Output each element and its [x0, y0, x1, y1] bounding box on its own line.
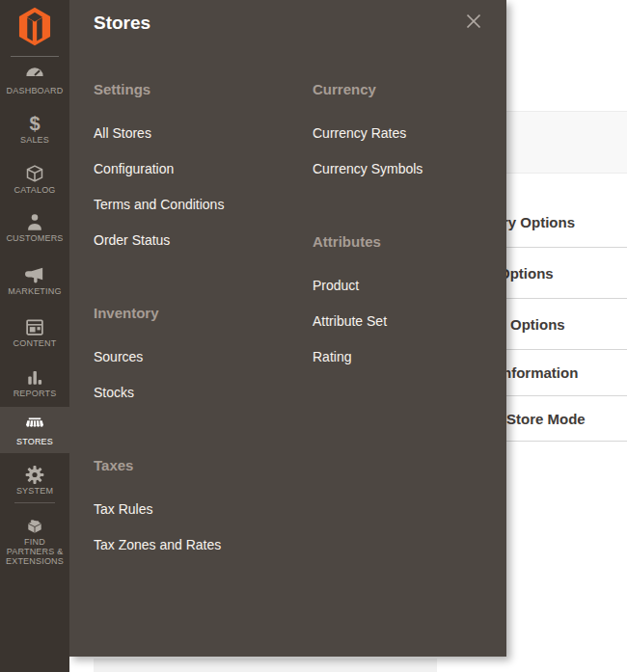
sidebar-item-find-partners-extensions[interactable]: FIND PARTNERS & EXTENSIONS [0, 515, 69, 566]
sidebar-divider [11, 56, 59, 57]
sidebar-item-sales[interactable]: $ SALES [0, 113, 69, 145]
dashboard-icon [0, 64, 69, 86]
person-icon [0, 211, 69, 233]
section-taxes: Taxes Tax Rules Tax Zones and Rates [94, 456, 304, 562]
sidebar-item-dashboard[interactable]: DASHBOARD [0, 64, 69, 95]
close-icon [466, 13, 481, 29]
section-title-attributes: Attributes [313, 232, 496, 252]
menu-item-stocks[interactable]: Stocks [94, 374, 304, 410]
dollar-sign-icon: $ [0, 113, 69, 135]
close-button[interactable] [464, 13, 483, 32]
storefront-icon [0, 415, 69, 437]
menu-item-currency-symbols[interactable]: Currency Symbols [313, 150, 496, 186]
menu-item-rating[interactable]: Rating [313, 338, 496, 374]
sidebar-item-label: REPORTS [0, 389, 69, 398]
magento-logo-icon [18, 7, 51, 46]
menu-item-sources[interactable]: Sources [94, 338, 304, 374]
accordion-section-label: nformation [503, 364, 578, 381]
section-currency: Currency Currency Rates Currency Symbols [313, 80, 496, 186]
flyout-title: Stores [94, 13, 150, 34]
accordion-section-label: ry Options [503, 214, 575, 230]
gear-icon [0, 464, 69, 486]
brick-icon [0, 515, 69, 537]
box-icon [0, 163, 69, 185]
sidebar-item-system[interactable]: SYSTEM [0, 464, 69, 496]
bar-chart-icon [0, 366, 69, 389]
accordion-section-label: Options [510, 316, 565, 333]
megaphone-icon [0, 264, 69, 286]
menu-item-tax-rules[interactable]: Tax Rules [94, 491, 304, 526]
sidebar-item-label: STORES [0, 437, 69, 446]
sidebar-item-marketing[interactable]: MARKETING [0, 264, 69, 296]
sidebar-item-customers[interactable]: CUSTOMERS [0, 211, 69, 243]
section-title-taxes: Taxes [94, 456, 304, 475]
flyout-column-left: Settings All Stores Configuration Terms … [94, 80, 304, 608]
sidebar-item-catalog[interactable]: CATALOG [0, 163, 69, 195]
magento-admin-screen: ry Options Options Options nformation St… [0, 0, 627, 672]
section-title-inventory: Inventory [94, 304, 304, 323]
sidebar-item-label: CUSTOMERS [0, 233, 69, 243]
sidebar-item-stores[interactable]: STORES [0, 407, 69, 453]
sidebar-item-content[interactable]: CONTENT [0, 316, 69, 348]
sidebar-item-label: SYSTEM [0, 486, 69, 496]
sidebar-item-reports[interactable]: REPORTS [0, 366, 69, 398]
layout-icon [0, 316, 69, 338]
menu-item-tax-zones-and-rates[interactable]: Tax Zones and Rates [94, 526, 304, 562]
section-title-settings: Settings [94, 80, 304, 99]
menu-item-all-stores[interactable]: All Stores [94, 115, 304, 150]
section-settings: Settings All Stores Configuration Terms … [94, 80, 304, 257]
accordion-section-label: Store Mode [506, 411, 586, 427]
menu-item-attribute-set[interactable]: Attribute Set [313, 303, 496, 338]
page-bottom-panel [94, 659, 437, 672]
section-attributes: Attributes Product Attribute Set Rating [313, 232, 496, 374]
menu-item-product[interactable]: Product [313, 267, 496, 303]
stores-flyout-menu: Stores Settings All Stores Configuration… [69, 0, 506, 657]
menu-item-configuration[interactable]: Configuration [94, 150, 304, 186]
accordion-section-label: Options [499, 265, 554, 282]
sidebar-item-label: CONTENT [0, 338, 69, 348]
magento-logo[interactable] [18, 7, 51, 46]
menu-item-currency-rates[interactable]: Currency Rates [313, 115, 496, 150]
sidebar-item-label: CATALOG [0, 185, 69, 195]
sidebar-item-label: SALES [0, 135, 69, 145]
admin-sidebar: DASHBOARD $ SALES CATALOG [0, 0, 69, 672]
sidebar-item-label: MARKETING [0, 286, 69, 296]
menu-item-terms-and-conditions[interactable]: Terms and Conditions [94, 186, 304, 222]
sidebar-item-label: FIND PARTNERS & EXTENSIONS [0, 537, 69, 566]
menu-item-order-status[interactable]: Order Status [94, 222, 304, 257]
flyout-column-right: Currency Currency Rates Currency Symbols… [313, 80, 496, 420]
section-title-currency: Currency [313, 80, 496, 99]
section-inventory: Inventory Sources Stocks [94, 304, 304, 410]
sidebar-item-label: DASHBOARD [0, 86, 69, 95]
sidebar-divider [14, 502, 55, 503]
